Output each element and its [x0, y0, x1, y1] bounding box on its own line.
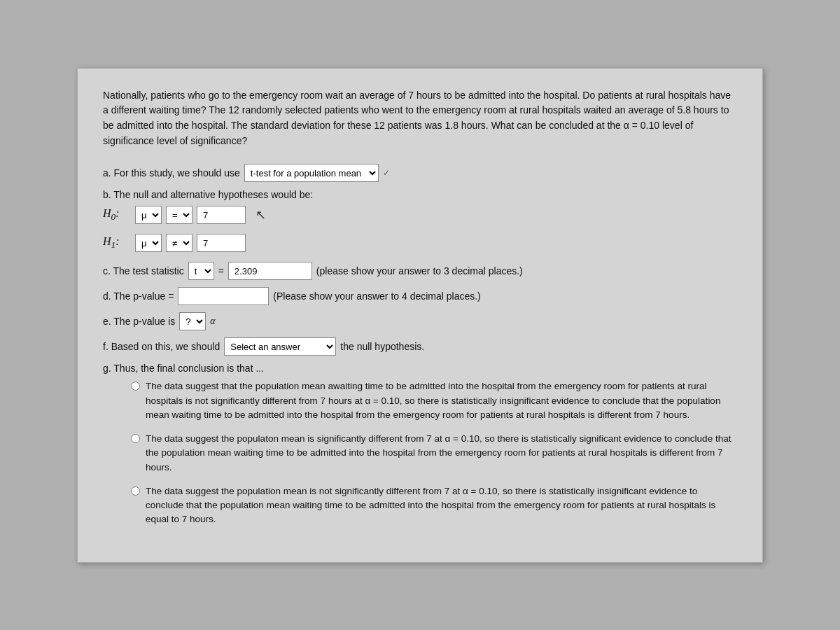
part-b: b. The null and alternative hypotheses w… — [103, 189, 737, 252]
g-option-3-text: The data suggest the population mean is … — [146, 484, 737, 527]
part-f-label: f. Based on this, we should — [103, 341, 220, 352]
part-g-label: g. Thus, the final conclusion is that ..… — [103, 363, 264, 374]
h1-label: H1: — [103, 235, 131, 251]
h0-label: H0: — [103, 207, 131, 223]
part-c: c. The test statistic t z = 2.309 (pleas… — [103, 262, 737, 280]
part-e: e. The p-value is ? > < = α — [103, 312, 737, 330]
part-c-value: 2.309 — [228, 262, 312, 280]
g-option-1: The data suggest that the population mea… — [131, 379, 737, 422]
g-option-3: The data suggest the population mean is … — [131, 484, 737, 527]
part-a-select[interactable]: t-test for a population mean z-test for … — [244, 164, 379, 182]
h1-row: H1: μ p x̄ ≠ = < > ≤ ≥ 7 — [103, 234, 737, 252]
part-d-label: d. The p-value = — [103, 290, 174, 302]
part-c-stat-select[interactable]: t z — [188, 262, 214, 280]
part-c-note: (please show your answer to 3 decimal pl… — [316, 265, 523, 276]
h0-row: H0: μ p x̄ = ≠ < > ≤ ≥ 7 ↖ — [103, 206, 737, 224]
question-text: Nationally, patients who go to the emerg… — [103, 88, 737, 149]
main-container: Nationally, patients who go to the emerg… — [77, 68, 763, 563]
part-a: a. For this study, we should use t-test … — [103, 164, 737, 182]
h0-value: 7 — [197, 206, 246, 224]
h1-symbol-select[interactable]: μ p x̄ — [135, 234, 162, 252]
g-option-1-text: The data suggest that the population mea… — [146, 379, 737, 422]
part-e-comparison-select[interactable]: ? > < = — [179, 312, 206, 330]
part-d: d. The p-value = (Please show your answe… — [103, 287, 737, 305]
part-g: g. Thus, the final conclusion is that ..… — [103, 363, 737, 526]
part-d-input[interactable] — [178, 287, 269, 305]
h0-relation-select[interactable]: = ≠ < > ≤ ≥ — [166, 206, 192, 224]
g-option-2: The data suggest the populaton mean is s… — [131, 432, 737, 475]
chevron-down-icon: ✓ — [383, 168, 390, 178]
g-radio-3[interactable] — [131, 486, 140, 496]
h0-symbol-select[interactable]: μ p x̄ — [135, 206, 162, 224]
part-e-label: e. The p-value is — [103, 316, 175, 327]
g-radio-1[interactable] — [131, 382, 140, 391]
part-a-label: a. For this study, we should use — [103, 167, 240, 178]
part-f: f. Based on this, we should Select an an… — [103, 337, 737, 356]
part-b-label: b. The null and alternative hypotheses w… — [103, 189, 313, 200]
part-d-note: (Please show your answer to 4 decimal pl… — [273, 290, 480, 302]
h1-value: 7 — [197, 234, 246, 252]
part-c-equals: = — [218, 265, 224, 276]
g-option-2-text: The data suggest the populaton mean is s… — [146, 432, 737, 475]
part-e-alpha: α — [210, 316, 215, 327]
part-f-suffix: the null hypothesis. — [340, 341, 424, 352]
cursor-arrow: ↖ — [255, 207, 266, 223]
g-radio-2[interactable] — [131, 434, 140, 443]
part-c-label: c. The test statistic — [103, 265, 184, 276]
part-f-answer-select[interactable]: Select an answer reject fail to reject — [224, 337, 336, 356]
h1-relation-select[interactable]: ≠ = < > ≤ ≥ — [166, 234, 192, 252]
